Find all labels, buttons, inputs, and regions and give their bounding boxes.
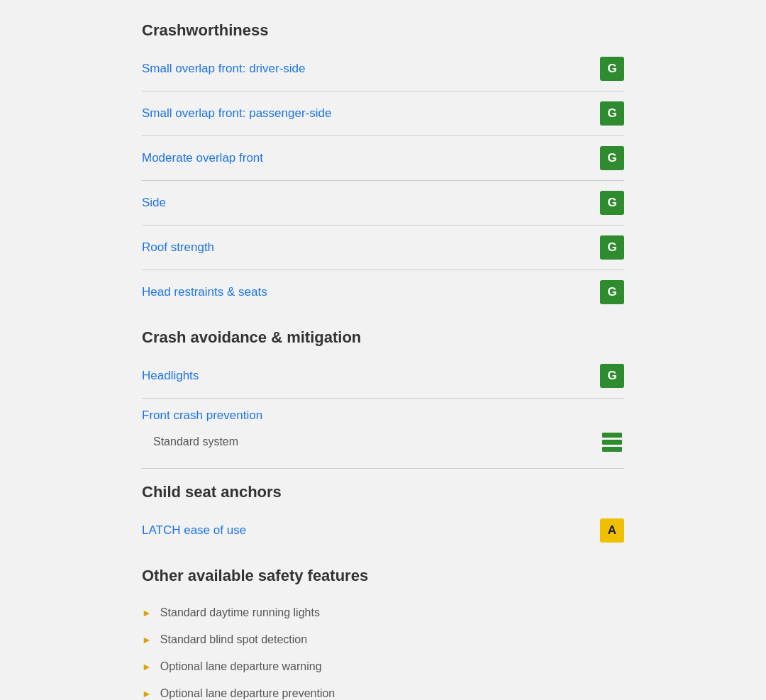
child-seat-rows: LATCH ease of use A (142, 509, 624, 552)
crash-avoidance-section: Crash avoidance & mitigation Headlights … (142, 328, 624, 469)
table-row: Standard system (153, 426, 624, 461)
stacked-bar-bot (602, 447, 622, 452)
badge-g: G (600, 280, 624, 304)
row-label-standard-system: Standard system (153, 435, 238, 448)
list-item: ► Optional lane departure warning (142, 653, 624, 680)
badge-g: G (600, 57, 624, 81)
crashworthiness-rows: Small overlap front: driver-side G Small… (142, 47, 624, 314)
row-label-small-overlap-passenger[interactable]: Small overlap front: passenger-side (142, 106, 331, 121)
stacked-bar-top (602, 433, 622, 438)
badge-g: G (600, 191, 624, 215)
crashworthiness-title: Crashworthiness (142, 21, 624, 40)
child-seat-title: Child seat anchors (142, 483, 624, 501)
table-row: Head restraints & seats G (142, 270, 624, 314)
other-safety-title: Other available safety features (142, 567, 624, 585)
bullet-arrow-icon: ► (142, 634, 152, 645)
crashworthiness-section: Crashworthiness Small overlap front: dri… (142, 21, 624, 314)
row-label-moderate-overlap[interactable]: Moderate overlap front (142, 151, 263, 165)
table-row: Side G (142, 181, 624, 226)
bullet-text: Optional lane departure prevention (160, 687, 335, 700)
row-label-head-restraints[interactable]: Head restraints & seats (142, 285, 267, 299)
badge-a: A (600, 518, 624, 543)
badge-g: G (600, 235, 624, 260)
row-label-front-crash-prevention[interactable]: Front crash prevention (142, 409, 262, 423)
front-crash-prevention-group: Front crash prevention Standard system (142, 399, 624, 469)
other-safety-list: ► Standard daytime running lights ► Stan… (142, 592, 624, 700)
bullet-arrow-icon: ► (142, 688, 152, 699)
crash-avoidance-title: Crash avoidance & mitigation (142, 328, 624, 347)
table-row: Roof strength G (142, 226, 624, 270)
front-crash-prevention-header: Front crash prevention (142, 399, 624, 426)
table-row: Small overlap front: passenger-side G (142, 91, 624, 136)
row-label-latch[interactable]: LATCH ease of use (142, 523, 246, 538)
table-row: Moderate overlap front G (142, 136, 624, 181)
table-row: Small overlap front: driver-side G (142, 47, 624, 91)
bullet-text: Optional lane departure warning (160, 660, 322, 673)
bullet-arrow-icon: ► (142, 607, 152, 618)
list-item: ► Standard daytime running lights (142, 599, 624, 626)
stacked-badge (600, 430, 624, 454)
badge-g: G (600, 101, 624, 126)
child-seat-section: Child seat anchors LATCH ease of use A (142, 483, 624, 552)
row-label-small-overlap-driver[interactable]: Small overlap front: driver-side (142, 62, 306, 76)
row-label-headlights[interactable]: Headlights (142, 369, 199, 383)
crash-avoidance-rows: Headlights G Front crash prevention Stan… (142, 354, 624, 469)
other-safety-section: Other available safety features ► Standa… (142, 567, 624, 700)
main-container: Crashworthiness Small overlap front: dri… (142, 21, 624, 700)
front-crash-sub: Standard system (142, 426, 624, 461)
row-label-side[interactable]: Side (142, 196, 166, 210)
stacked-bar-mid (602, 440, 622, 445)
badge-g: G (600, 364, 624, 388)
list-item: ► Standard blind spot detection (142, 626, 624, 653)
table-row: Headlights G (142, 354, 624, 399)
badge-g: G (600, 146, 624, 170)
table-row: LATCH ease of use A (142, 509, 624, 552)
row-label-roof-strength[interactable]: Roof strength (142, 240, 214, 255)
bullet-arrow-icon: ► (142, 661, 152, 672)
list-item: ► Optional lane departure prevention (142, 680, 624, 700)
bullet-text: Standard blind spot detection (160, 633, 307, 646)
bullet-text: Standard daytime running lights (160, 606, 320, 619)
